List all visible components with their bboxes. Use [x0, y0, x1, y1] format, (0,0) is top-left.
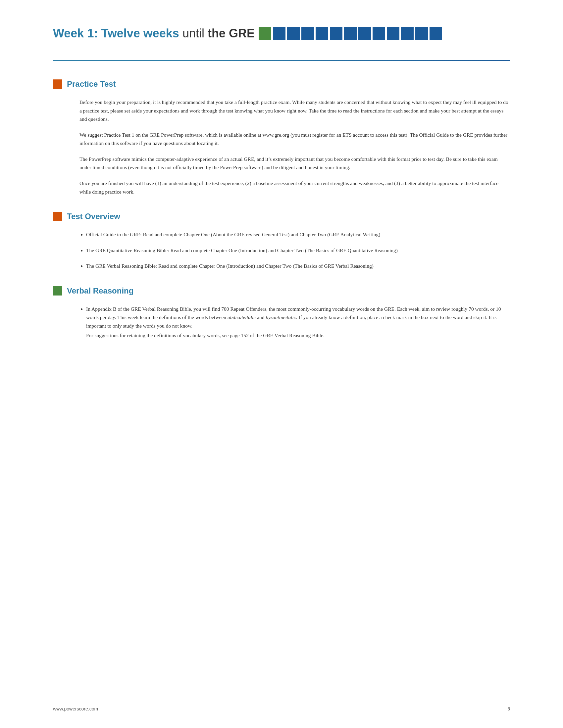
square-blue-11	[415, 27, 428, 40]
verbal-reasoning-bullet-list: In Appendix B of the GRE Verbal Reasonin…	[53, 305, 510, 340]
square-blue-12	[430, 27, 442, 40]
divider-line	[53, 60, 510, 61]
header-gre: the GRE	[208, 26, 255, 40]
section-icon-practice-test	[53, 79, 62, 89]
section-heading-practice-test: Practice Test	[53, 79, 510, 89]
practice-test-para-3: The PowerPrep software mimics the comput…	[53, 155, 510, 172]
square-blue-7	[358, 27, 371, 40]
square-blue-4	[316, 27, 328, 40]
square-blue-8	[373, 27, 385, 40]
square-blue-2	[287, 27, 300, 40]
practice-test-para-2: We suggest Practice Test 1 on the GRE Po…	[53, 131, 510, 148]
header-week-label: Week 1: Twelve weeks	[53, 26, 179, 40]
list-item: In Appendix B of the GRE Verbal Reasonin…	[86, 305, 510, 340]
footer-page-number: 6	[507, 706, 510, 711]
verbal-reasoning-sub-text: For suggestions for retaining the defini…	[86, 331, 510, 340]
footer: www.powerscore.com 6	[0, 706, 563, 711]
section-heading-test-overview: Test Overview	[53, 212, 510, 221]
practice-test-para-1: Before you begin your preparation, it is…	[53, 98, 510, 123]
test-overview-bullet-list: Official Guide to the GRE: Read and comp…	[53, 230, 510, 270]
square-blue-3	[302, 27, 314, 40]
section-icon-verbal-reasoning	[53, 286, 62, 296]
header-bar: Week 1: Twelve weeks until the GRE	[53, 26, 510, 40]
list-item: Official Guide to the GRE: Read and comp…	[86, 230, 510, 239]
header-until: until	[179, 26, 208, 40]
section-title-practice-test: Practice Test	[67, 79, 116, 89]
header-title: Week 1: Twelve weeks until the GRE	[53, 26, 255, 40]
square-blue-10	[401, 27, 414, 40]
page: Week 1: Twelve weeks until the GRE Pract…	[0, 0, 563, 728]
section-icon-test-overview	[53, 212, 62, 221]
section-title-verbal-reasoning: Verbal Reasoning	[67, 286, 133, 296]
header-squares	[258, 27, 442, 40]
footer-url: www.powerscore.com	[53, 706, 98, 711]
italic-byzantineitalic: byzantineitalic	[265, 314, 296, 320]
practice-test-para-4: Once you are finished you will have (1) …	[53, 179, 510, 196]
square-blue-1	[273, 27, 286, 40]
square-blue-9	[387, 27, 399, 40]
section-title-test-overview: Test Overview	[67, 212, 120, 221]
list-item: The GRE Verbal Reasoning Bible: Read and…	[86, 262, 510, 270]
list-item: The GRE Quantitative Reasoning Bible: Re…	[86, 246, 510, 255]
square-green	[258, 27, 271, 40]
section-heading-verbal-reasoning: Verbal Reasoning	[53, 286, 510, 296]
square-blue-6	[344, 27, 357, 40]
italic-abdicateitalic: abdicateitalic	[227, 314, 256, 320]
square-blue-5	[330, 27, 343, 40]
